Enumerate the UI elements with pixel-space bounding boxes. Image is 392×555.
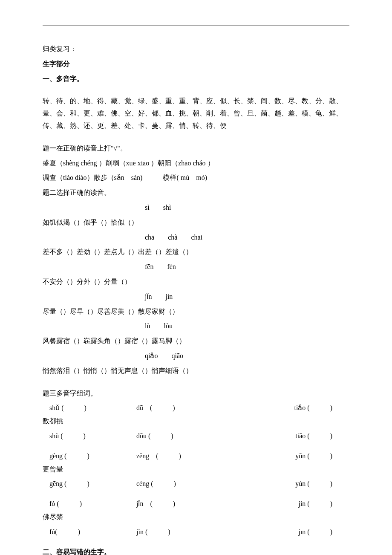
- section-title-shengzi: 生字部分: [43, 58, 349, 70]
- grid-label: 更曾晕: [43, 463, 349, 476]
- grid-cell-b: dū ( ): [136, 402, 247, 414]
- grid-cell-a: shù ( ): [43, 430, 136, 442]
- grid-cell-b: jìn ( ): [136, 526, 247, 538]
- grid-cell-b: jǐn ( ): [136, 498, 247, 510]
- q1-line-1: 盛夏（shèng chéng ）削弱（xuē xiāo ）朝阳（zhāo chá…: [43, 157, 349, 170]
- grid-cell-c: jīn ( ): [247, 526, 332, 538]
- q3-grid: shǔ ( ) dū ( ) tiǎo ( ) 数都挑 shù ( ) dōu …: [43, 402, 349, 538]
- q2-line-2: 差不多（）差劲（）差点儿（）出差（）差遣（）: [43, 246, 349, 258]
- q1-title: 题一在正确的读音上打"√"。: [43, 142, 349, 155]
- grid-cell-c: jìn ( ): [247, 498, 332, 510]
- q2-pinyin-6: qiǎo qiāo: [43, 350, 349, 362]
- top-rule: [43, 26, 349, 26]
- grid-row: shǔ ( ) dū ( ) tiǎo ( ): [43, 402, 349, 414]
- grid-cell-a: fú( ): [43, 526, 136, 538]
- heading-cuozi: 二、容易写错的生字。: [43, 546, 349, 555]
- grid-cell-c: tiāo ( ): [247, 430, 332, 442]
- lead-text: 归类复习：: [43, 43, 349, 55]
- grid-cell-a: fó ( ): [43, 498, 136, 510]
- grid-cell-a: gèng ( ): [43, 450, 136, 462]
- grid-row: fó ( ) jǐn ( ) jìn ( ): [43, 498, 349, 510]
- q2-line-6: 悄然落泪（）悄悄（）悄无声息（）悄声细语（）: [43, 365, 349, 377]
- q2-line-4: 尽量（）尽早（）尽善尽美（）散尽家财（）: [43, 306, 349, 318]
- q2-pinyin-4: jǐn jìn: [43, 291, 349, 303]
- grid-cell-b: dōu ( ): [136, 430, 247, 442]
- duoyin-char-list: 转、待、的、地、得、藏、觉、绿、盛、重、重、背、应、似、长、禁、间、数、尽、教、…: [43, 95, 349, 132]
- q2-title: 题二选择正确的读音。: [43, 187, 349, 199]
- q2-line-5: 风餐露宿（）崭露头角（）露宿（）露马脚（）: [43, 335, 349, 347]
- heading-duoyinzi: 一、多音字。: [43, 73, 349, 85]
- grid-row: fú( ) jìn ( ) jīn ( ): [43, 526, 349, 538]
- grid-cell-a: gēng ( ): [43, 478, 136, 490]
- q3-title: 题三多音字组词。: [43, 387, 349, 400]
- grid-cell-c: tiǎo ( ): [247, 402, 332, 414]
- grid-cell-b: zēng ( ): [136, 450, 247, 462]
- q2-line-3: 不安分（）分外（）分量（）: [43, 276, 349, 288]
- q2-pinyin-2: chā chà chāi: [43, 231, 349, 244]
- grid-row: gēng ( ) céng ( ) yùn ( ): [43, 478, 349, 490]
- grid-cell-b: céng ( ): [136, 478, 247, 490]
- q1-line-2: 调查（tiáo diào）散步（sǎn sàn) 模样( mú mó): [43, 172, 349, 184]
- q2-pinyin-5: lù lòu: [43, 320, 349, 332]
- grid-label: 佛尽禁: [43, 511, 349, 523]
- q2-pinyin-1: sì shì: [43, 202, 349, 214]
- grid-cell-a: shǔ ( ): [43, 402, 136, 414]
- grid-label: 数都挑: [43, 415, 349, 428]
- grid-cell-c: yūn ( ): [247, 450, 332, 462]
- grid-row: gèng ( ) zēng ( ) yūn ( ): [43, 450, 349, 462]
- grid-row: shù ( ) dōu ( ) tiāo ( ): [43, 430, 349, 442]
- q2-pinyin-3: fēn fèn: [43, 261, 349, 273]
- grid-cell-c: yùn ( ): [247, 478, 332, 490]
- q2-line-1: 如饥似渴（）似乎（）恰似（）: [43, 217, 349, 229]
